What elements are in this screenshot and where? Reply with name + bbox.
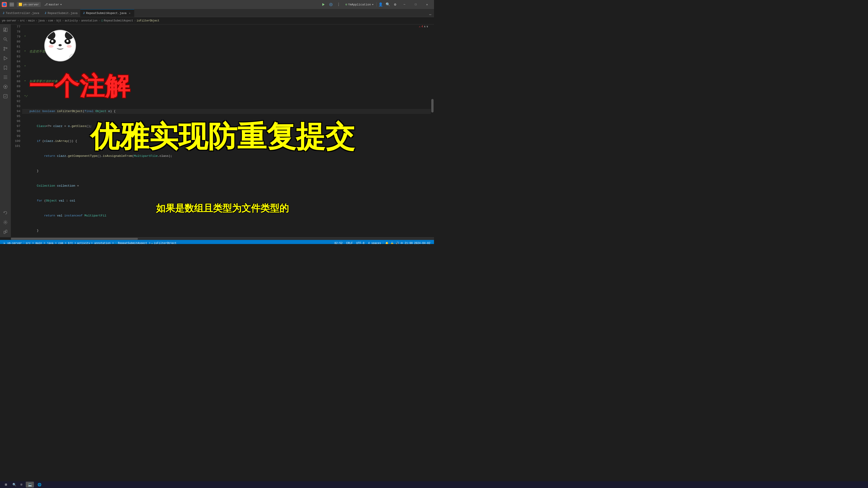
status-spaces: 4 spaces [368, 242, 381, 244]
main-area: ⚠ 4 ∧ ∨ 77 78 79 80 81 82 83 84 85 86 87… [0, 24, 434, 237]
status-activity: activity [77, 242, 90, 244]
breadcrumb-sep-9: › [134, 19, 135, 22]
breadcrumb-main[interactable]: main [28, 19, 35, 22]
h-scrollbar-thumb[interactable] [11, 238, 138, 240]
app-chevron: ▾ [372, 3, 374, 6]
statusbar: ym-server src > main > java > com > bjt … [0, 240, 434, 244]
svg-point-6 [4, 38, 6, 40]
tab-repeat-submit-aspect[interactable]: J RepeatSubmitAspect.java ✕ [80, 9, 134, 17]
svg-rect-21 [6, 230, 7, 232]
tab-label: RepeatSubmitAspect.java [86, 11, 126, 15]
activity-bookmarks[interactable] [1, 63, 10, 72]
svg-rect-4 [6, 28, 7, 32]
code-editor[interactable]: ⚠ 4 ∧ ∨ 77 78 79 80 81 82 83 84 85 86 87… [11, 24, 434, 237]
run-button[interactable] [320, 1, 327, 8]
vertical-scrollbar[interactable] [431, 24, 434, 237]
app-run-icon: ⚙ [345, 3, 347, 6]
horizontal-scrollbar[interactable] [11, 237, 434, 240]
breadcrumb-class[interactable]: ⬡RepeatSubmitAspect [101, 19, 133, 22]
breadcrumb-project[interactable]: ym-server [2, 19, 17, 22]
activity-explorer[interactable] [1, 25, 10, 34]
project-selector[interactable]: 🟨 ym-server [17, 2, 41, 7]
status-crlf: CRLF [346, 242, 353, 244]
tab-more-button[interactable]: ⋯ [426, 12, 434, 17]
activity-outline[interactable] [1, 73, 10, 82]
branch-name: master [49, 3, 59, 6]
titlebar-right: ⚙ YmApplication ▾ 👤 🔍 ⚙ ─ □ ✕ [344, 0, 432, 9]
svg-point-9 [4, 50, 5, 51]
activity-git[interactable] [1, 82, 10, 91]
tab-test-controller[interactable]: J TestController.java [0, 9, 42, 17]
status-project[interactable]: ym-server [2, 240, 24, 244]
status-indent[interactable]: 4 spaces [366, 240, 383, 244]
breadcrumb-activity[interactable]: activity [65, 19, 78, 22]
code-scroll[interactable]: 77 78 79 80 81 82 83 84 85 86 87 88 89 9… [11, 24, 434, 237]
tab-repeat-submit[interactable]: J RepeatSubmit.java [42, 9, 80, 17]
tab-icon: J [83, 12, 85, 15]
status-cursor[interactable]: 82:52 [333, 240, 344, 244]
bell-icon[interactable]: 🔔 [385, 241, 389, 244]
status-class-icon: ⬡ [115, 242, 117, 244]
activity-undo[interactable] [1, 208, 10, 217]
settings-button[interactable]: ⚙ [392, 1, 398, 8]
svg-line-7 [6, 40, 7, 41]
titlebar-left: 🔵 🟨 ym-server ⎇ master ▾ [2, 1, 318, 8]
status-method-icon: ⊙ [151, 242, 153, 244]
breadcrumb-src[interactable]: src [20, 19, 25, 22]
breadcrumb-sep-2: › [26, 19, 27, 22]
app-selector[interactable]: ⚙ YmApplication ▾ [344, 2, 375, 7]
close-button[interactable]: ✕ [422, 0, 432, 9]
titlebar-center: ⋮ [320, 1, 342, 8]
keyboard-icon: 中 [401, 241, 403, 244]
date-label: 2024-04-02 [414, 242, 430, 244]
breadcrumb-java[interactable]: java [38, 19, 45, 22]
account-button[interactable]: 👤 [377, 1, 384, 8]
activity-todo[interactable] [1, 92, 10, 101]
activity-source-control[interactable] [1, 44, 10, 53]
status-cursor-position: 82:52 [335, 242, 343, 244]
breadcrumb-bjt[interactable]: bjt [57, 19, 61, 22]
status-project-label: ym-server [7, 242, 22, 244]
status-path2: > annotation > [91, 242, 114, 244]
sound-icon: 🔊 [395, 241, 399, 244]
time-label: 21:08 [405, 242, 413, 244]
titlebar: 🔵 🟨 ym-server ⎇ master ▾ ⋮ ⚙ YmApplicati… [0, 0, 434, 9]
status-notifications: 🔔 🔒 🔊 中 21:08 2024-04-02 [383, 241, 432, 244]
status-encoding[interactable]: UTF-8 [354, 240, 366, 244]
tab-label: RepeatSubmit.java [48, 11, 78, 15]
svg-marker-11 [4, 57, 7, 60]
svg-rect-20 [4, 231, 5, 234]
branch-selector[interactable]: ⎇ master ▾ [42, 2, 64, 7]
status-breadcrumb[interactable]: src > main > java > com > bjt > activity… [24, 240, 178, 244]
status-utf8: UTF-8 [356, 242, 364, 244]
status-line-ending[interactable]: CRLF [344, 240, 355, 244]
breadcrumb-annotation[interactable]: annotation [81, 19, 97, 22]
minimize-button[interactable]: ─ [399, 0, 410, 9]
restore-button[interactable]: □ [410, 0, 421, 9]
tab-close-button[interactable]: ✕ [128, 11, 131, 15]
status-path: src > main > java > com > bjt > [26, 242, 76, 244]
activity-settings[interactable] [1, 218, 10, 227]
activity-search[interactable] [1, 35, 10, 44]
search-button[interactable]: 🔍 [385, 1, 391, 8]
status-method-name: isFilterObject [154, 242, 177, 244]
project-name: ym-server [23, 3, 39, 6]
tabbar: J TestController.java J RepeatSubmit.jav… [0, 9, 434, 17]
breadcrumb-sep-4: › [46, 19, 47, 22]
line-numbers: 77 78 79 80 81 82 83 84 85 86 87 88 89 9… [11, 24, 22, 149]
svg-point-2 [331, 4, 331, 5]
debug-button[interactable] [328, 1, 334, 8]
status-class-name: RepeatSubmitAspect > [118, 242, 151, 244]
hamburger-menu[interactable] [8, 1, 15, 8]
breadcrumb-com[interactable]: com [48, 19, 53, 22]
breadcrumb-sep-5: › [54, 19, 55, 22]
more-actions-button[interactable]: ⋮ [336, 1, 342, 8]
scrollbar-thumb[interactable] [431, 99, 434, 112]
activitybar-bottom [1, 208, 10, 236]
breadcrumb-sep-7: › [79, 19, 80, 22]
breadcrumb-method[interactable]: isFilterObject [136, 19, 159, 22]
project-icon: 🟨 [19, 3, 22, 6]
activity-plugins[interactable] [1, 227, 10, 236]
breadcrumb-sep-1: › [18, 19, 19, 22]
activity-run[interactable] [1, 54, 10, 63]
